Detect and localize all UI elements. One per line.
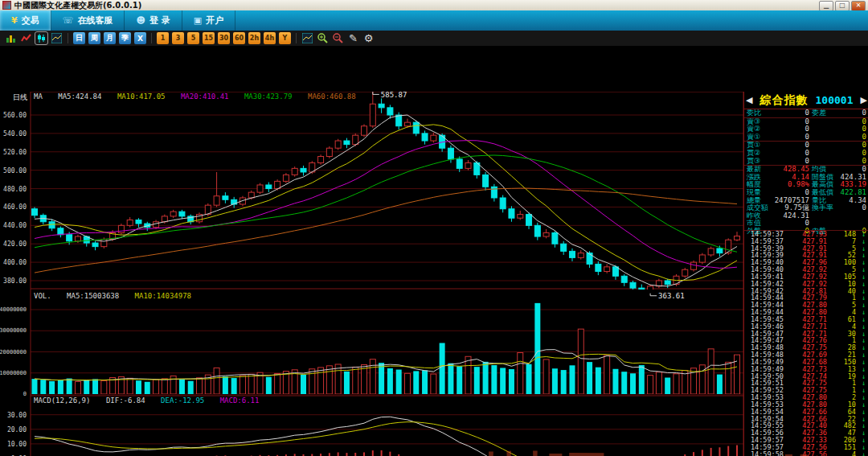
period-year-button[interactable]: Y [279,32,291,44]
time-sales-list[interactable]: 14:59:37427.93148↓14:59:37427.917↓14:59:… [744,230,868,456]
bid-row: 買③00 [744,158,868,166]
vol-ma5-value: MA5:15003638 [67,292,119,300]
edit-icon[interactable]: ✎ [347,32,359,44]
period-3min-button[interactable]: 3 [172,32,184,44]
menu-tab-label: 在线客服 [77,14,113,27]
axis-label: 560.00 [0,112,27,119]
ask-price: 0 [805,134,809,142]
ma60-value: MA60:460.88 [308,92,356,101]
menu-tab-交易[interactable]: ¥交易 [0,10,51,31]
prev-instrument-arrow[interactable]: ◀ [746,95,752,105]
quote-info-row: 漲跌4.14開盤價424.31 [744,174,868,182]
order-book: 委比0委差0賣③00賣②00賣①00買①00買②00買③00 [744,109,868,165]
weibi-label: 委比 [747,109,761,117]
menu-tab-开户[interactable]: ▣开户 [182,10,235,31]
tick-time: 14:59:58 [751,451,784,456]
kline-indicator-labels: MA MA5:424.84 MA10:417.05 MA20:410.41 MA… [34,92,367,101]
info-label: 開盤價 [812,174,833,182]
bid-label: 買① [747,142,760,150]
bid-qty: 0 [862,142,866,150]
tick-price: 427.56 [802,451,827,456]
info-value: 422.81 [840,189,866,197]
ask-qty: 0 [862,125,866,134]
next-instrument-arrow[interactable]: ▶ [861,95,867,105]
info-label: 換手率 [812,204,833,212]
bid-price: 0 [805,158,809,166]
menu-tab-登录[interactable]: ☻登 录 [125,10,182,31]
weicha-label: 委差 [812,109,826,117]
axis-label: 460.00 [0,203,27,211]
bid-price: 0 [805,142,809,150]
svg-text:363.61: 363.61 [658,292,685,300]
menu-tab-label: 开户 [206,14,223,27]
bid-qty: 0 [862,158,866,166]
trade-icon: ¥ [11,15,18,26]
customer-service-icon: ☏ [63,15,74,26]
bid-row: 買②00 [744,150,868,158]
ma5-value: MA5:424.84 [58,92,101,101]
chart-settings-icon[interactable] [301,32,313,44]
axis-label: 40000000 [0,306,27,313]
quote-info-row: 昨收424.31 [744,212,868,220]
info-value: 424.31 [783,212,809,220]
ask-qty: 0 [862,134,866,142]
info-label: 幅度 [747,181,761,189]
minute-chart-icon[interactable] [51,32,63,44]
axis-label: 440.00 [0,222,27,229]
period-4h-button[interactable]: 4h [264,32,276,44]
axis-label: 10.00 [0,440,27,447]
dea-value: DEA:-12.95 [161,396,204,405]
axis-label: 400.00 [0,259,27,266]
app-logo-icon [2,1,11,10]
ask-qty: 0 [862,118,866,126]
tick-row: 14:59:58427.564↓ [744,451,868,456]
period-1min-button[interactable]: 1 [157,32,169,44]
period-30min-button[interactable]: 30 [218,32,230,44]
info-label: 最高價 [812,181,833,189]
ask-label: 賣① [747,134,760,142]
axis-label: 500.00 [0,166,27,174]
axis-label: 30000000 [0,327,27,334]
zoom-out-icon[interactable] [332,32,344,44]
period-week-button[interactable]: 周 [88,32,100,44]
zoom-in-icon[interactable] [317,32,329,44]
info-value: 4.34 [849,197,866,205]
candlestick-chart-icon[interactable] [35,32,47,44]
macd-indicator-labels: MACD(12,26,9) DIF:-6.84 DEA:-12.95 MACD:… [34,396,270,405]
period-day-button[interactable]: 日 [73,32,85,44]
bid-label: 買③ [747,158,760,166]
ask-row: 賣③00 [744,117,868,126]
period-x-button[interactable]: X [134,32,146,44]
macd-value: MACD:6.11 [220,396,260,405]
bar-chart-icon[interactable] [5,32,17,44]
menu-tab-label: 登 录 [149,14,170,27]
period-2h-button[interactable]: 2h [248,32,260,44]
toolbar: 日周月季X1351530602h4hY✎⚙ [0,31,868,47]
weicha-value: 0 [862,109,866,117]
settings-gear-icon[interactable]: ⚙ [362,32,375,44]
menu-tab-在线客服[interactable]: ☏在线客服 [51,10,125,31]
info-value: 0.98% [788,181,809,189]
open-account-icon: ▣ [194,15,202,26]
line-chart-icon[interactable] [20,32,32,44]
period-15min-button[interactable]: 15 [203,32,215,44]
period-quarter-button[interactable]: 季 [119,32,131,44]
info-value: 433.19 [840,181,866,189]
axis-label: 0 [0,391,27,397]
info-value: 24707517 [775,197,809,205]
info-label: 市值 [747,220,761,228]
axis-label: 420.00 [0,240,27,248]
info-label: 總量 [747,197,761,205]
period-5min-button[interactable]: 5 [187,32,199,44]
instrument-name: 綜合指數 [760,93,809,108]
quote-info-row: 幅度0.98%最高價433.19 [744,181,868,189]
axis-label: 30.00 [0,411,27,418]
window-title: 中國國際文化產權交易所(6.0.0.1) [14,0,141,10]
ma30-value: MA30:423.79 [244,92,293,101]
bid-label: 買② [747,150,760,158]
period-60min-button[interactable]: 60 [233,32,245,44]
info-value: 0 [805,189,809,197]
menu-tab-label: 交易 [22,14,39,27]
period-month-button[interactable]: 月 [104,32,116,44]
ma10-value: MA10:417.05 [117,92,166,101]
